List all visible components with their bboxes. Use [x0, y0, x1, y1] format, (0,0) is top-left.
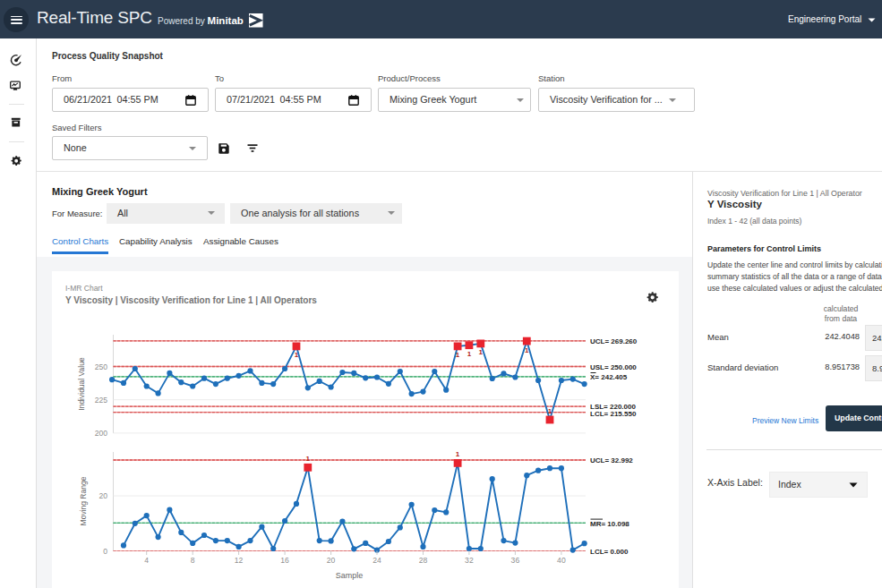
svg-text:UCL= 269.260: UCL= 269.260: [590, 337, 638, 345]
svg-text:USL= 250.000: USL= 250.000: [590, 363, 637, 371]
svg-text:1: 1: [306, 455, 311, 463]
svg-text:1: 1: [525, 346, 529, 354]
svg-text:Individual Value: Individual Value: [77, 357, 86, 411]
svg-text:1: 1: [295, 351, 299, 359]
svg-text:36: 36: [511, 556, 520, 565]
svg-text:12: 12: [235, 556, 244, 565]
svg-text:MR= 10.098: MR= 10.098: [590, 520, 629, 528]
svg-text:40: 40: [557, 556, 566, 565]
svg-text:250: 250: [95, 362, 108, 371]
svg-text:1: 1: [479, 348, 484, 356]
svg-text:1: 1: [456, 450, 460, 458]
svg-text:200: 200: [95, 429, 108, 438]
svg-text:0: 0: [103, 547, 107, 556]
svg-text:8: 8: [191, 556, 195, 565]
svg-text:20: 20: [327, 556, 336, 565]
svg-text:Sample: Sample: [336, 571, 364, 580]
svg-text:1: 1: [467, 350, 472, 358]
svg-text:16: 16: [280, 556, 289, 565]
svg-text:Moving Range: Moving Range: [79, 476, 88, 525]
svg-text:225: 225: [95, 396, 108, 405]
svg-text:LCL= 0.000: LCL= 0.000: [590, 548, 629, 556]
svg-text:UCL= 32.992: UCL= 32.992: [590, 456, 633, 464]
svg-text:32: 32: [465, 556, 474, 565]
svg-text:1: 1: [548, 407, 552, 415]
svg-text:4: 4: [144, 556, 149, 565]
svg-text:20: 20: [98, 491, 107, 500]
svg-text:24: 24: [372, 556, 381, 565]
svg-text:LCL= 215.550: LCL= 215.550: [590, 410, 637, 418]
svg-text:1: 1: [456, 351, 460, 359]
svg-text:X= 242.405: X= 242.405: [590, 373, 628, 381]
svg-text:28: 28: [419, 556, 428, 565]
